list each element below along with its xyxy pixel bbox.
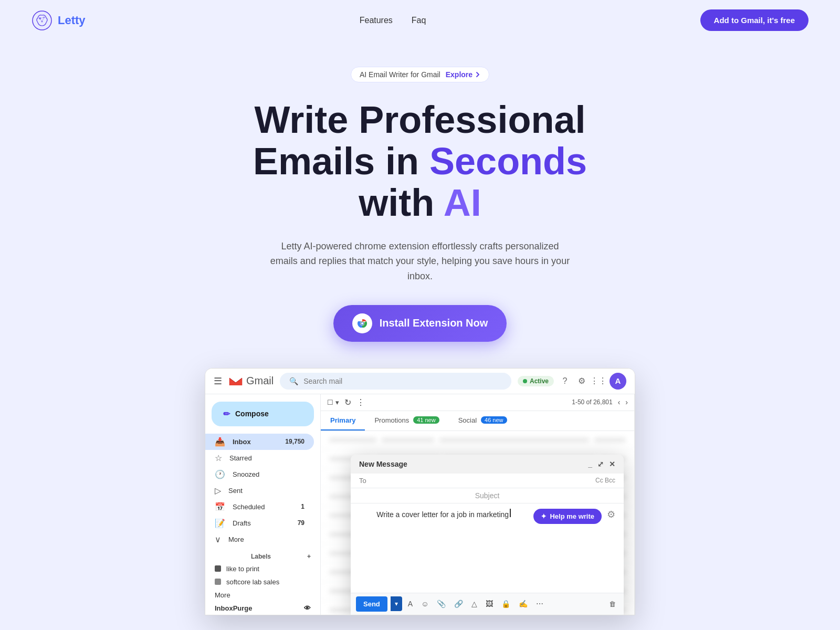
install-extension-button[interactable]: Install Extension Now [333,305,507,342]
compose-sign-icon[interactable]: ✍ [516,598,530,610]
gmail-hamburger-icon[interactable]: ☰ [214,375,222,387]
nav-links: Features Faq [360,16,426,25]
compose-link-icon[interactable]: 🔗 [452,598,466,610]
compose-cc-bcc[interactable]: Cc Bcc [595,477,615,484]
drafts-icon: 📝 [215,518,225,528]
email-list-toolbar: ☐ ▾ ↻ ⋮ 1-50 of 26,801 ‹ › [321,394,634,411]
gmail-topbar: ☰ Gmail 🔍 Search mail [205,369,635,394]
compose-send-button[interactable]: Send [356,596,387,612]
sent-icon: ▷ [215,486,221,496]
inboxpurge-eye-icon[interactable]: 👁 [304,604,311,612]
compose-prompt[interactable]: Write a cover letter for a job in market… [359,509,528,519]
chrome-logo-svg [355,317,369,330]
compose-settings-icon[interactable]: ⚙ [607,509,615,520]
gmail-avatar[interactable]: A [610,373,626,390]
compose-to-field[interactable]: To Cc Bcc [351,474,624,488]
sidebar-item-more[interactable]: ∨ More [205,531,314,548]
compose-delete-icon[interactable]: 🗑 [606,598,618,610]
compose-header-icons: _ ⤢ ✕ [588,460,615,468]
apps-icon[interactable]: ⋮⋮ [593,375,604,387]
social-badge: 46 new [481,416,507,424]
gmail-sidebar: ✏ Compose 📥 Inbox 19,750 ☆ Starred [205,394,321,615]
gmail-m-icon [228,376,243,386]
gmail-topbar-right: Active ? ⚙ ⋮⋮ A [518,373,626,390]
compose-format-icon[interactable]: A [405,598,415,610]
compose-toolbar-right: 🗑 [606,598,618,610]
search-icon: 🔍 [289,377,298,385]
compose-toolbar: Send ▾ A ☺ 📎 🔗 △ 🖼 🔒 ✍ ⋯ [351,593,624,615]
navbar: Letty Features Faq Add to Gmail, it's fr… [0,0,840,40]
compose-send-caret[interactable]: ▾ [391,596,402,611]
sidebar-item-snoozed[interactable]: 🕐 Snoozed [205,466,314,482]
settings-icon[interactable]: ⚙ [576,375,587,387]
sidebar-label-like-to-print[interactable]: like to print [205,562,320,575]
hero-section: AI Email Writer for Gmail Explore Write … [0,40,840,615]
help-me-write-button[interactable]: ✦ Help me write [533,509,602,524]
sidebar-item-sent[interactable]: ▷ Sent [205,482,314,499]
svg-point-10 [361,322,363,324]
sidebar-label-softcore[interactable]: softcore lab sales [205,575,320,589]
email-count: 1-50 of 26,801 [572,398,612,406]
nav-link-faq[interactable]: Faq [412,16,426,25]
sidebar-labels-more[interactable]: More [205,589,320,602]
chrome-icon [352,313,372,333]
compose-prompt-text: Write a cover letter for a job in market… [376,510,509,519]
compose-body-area: Write a cover letter for a job in market… [351,503,624,551]
refresh-icon[interactable]: ↻ [344,397,351,407]
gmail-label: Gmail [246,375,274,387]
label-dot-2 [215,579,221,585]
promotions-badge: 41 new [413,416,439,424]
compose-cursor [510,509,511,517]
gmail-search-placeholder: Search mail [303,377,342,385]
compose-attach-icon[interactable]: 📎 [434,598,448,610]
email-tabs: Primary Promotions 41 new Social 46 new [321,411,634,431]
table-row[interactable] [321,431,634,450]
sidebar-inboxpurge: InboxPurge 👁 [205,602,320,615]
svg-point-0 [33,11,51,30]
compose-photo-icon[interactable]: 🖼 [483,598,496,610]
compose-button[interactable]: ✏ Compose [212,402,314,426]
gmail-active-badge: Active [518,376,554,386]
nav-logo[interactable]: Letty [32,10,86,31]
inbox-icon: 📥 [215,437,225,447]
nav-logo-text: Letty [58,14,86,27]
sidebar-item-scheduled[interactable]: 📅 Scheduled 1 [205,499,314,515]
help-icon[interactable]: ? [559,375,571,387]
tab-primary[interactable]: Primary [321,411,365,430]
prev-page-icon[interactable]: ‹ [618,398,621,406]
sidebar-item-inbox[interactable]: 📥 Inbox 19,750 [205,434,314,450]
sidebar-item-starred[interactable]: ☆ Starred [205,450,314,466]
select-checkbox[interactable]: ☐ ▾ [327,398,339,406]
hero-headline: Write Professional Emails in Seconds wit… [10,99,830,224]
add-label-icon[interactable]: + [307,553,311,560]
nav-add-to-gmail-button[interactable]: Add to Gmail, it's free [700,9,808,31]
hero-badge: AI Email Writer for Gmail Explore [351,67,489,82]
scheduled-icon: 📅 [215,502,225,512]
compose-pen-icon: ✏ [223,409,230,419]
compose-lock-icon[interactable]: 🔒 [499,598,513,610]
compose-body-space [351,551,624,593]
compose-popup: New Message _ ⤢ ✕ To Cc Bcc [351,455,624,615]
chevron-right-icon [474,71,481,78]
nav-link-features[interactable]: Features [360,16,393,25]
compose-emoji-icon[interactable]: ☺ [418,598,431,610]
compose-subject-field[interactable]: Subject [351,488,624,503]
more-options-icon[interactable]: ⋮ [356,397,365,407]
hero-badge-text: AI Email Writer for Gmail [360,70,440,79]
labels-section-header: Labels + [205,548,320,562]
next-page-icon[interactable]: › [625,398,628,406]
compose-expand-icon[interactable]: ⤢ [597,460,604,468]
tab-social[interactable]: Social 46 new [449,411,517,430]
hero-badge-explore[interactable]: Explore [446,70,481,79]
compose-minimize-icon[interactable]: _ [588,460,592,468]
help-btn-label: Help me write [550,512,594,520]
compose-close-icon[interactable]: ✕ [609,460,615,468]
compose-more-icon[interactable]: ⋯ [533,598,546,610]
gmail-search-bar[interactable]: 🔍 Search mail [280,373,511,390]
hero-subtext: Letty AI-powered chrome extension effort… [268,239,572,284]
install-btn-label: Install Extension Now [380,317,488,329]
sidebar-item-drafts[interactable]: 📝 Drafts 79 [205,515,314,531]
tab-promotions[interactable]: Promotions 41 new [365,411,448,430]
compose-drive-icon[interactable]: △ [469,598,480,610]
star-icon: ☆ [215,453,222,463]
